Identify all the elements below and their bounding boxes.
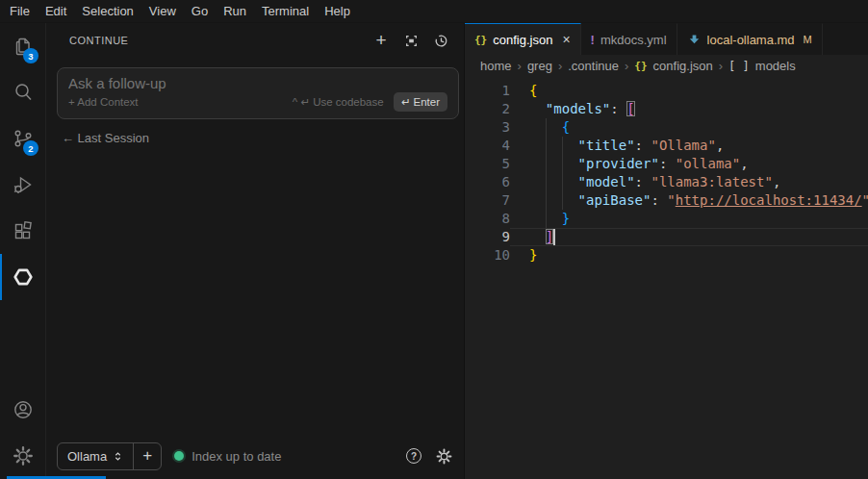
- last-session-link[interactable]: ← Last Session: [62, 131, 464, 145]
- new-session-button[interactable]: +: [371, 31, 391, 50]
- tab-local-ollama-md[interactable]: local-ollama.md M: [677, 23, 823, 55]
- add-context-button[interactable]: + Add Context: [68, 96, 293, 108]
- code-token: [529, 119, 562, 135]
- ask-input[interactable]: [68, 75, 447, 92]
- code-token: [529, 156, 578, 171]
- code-token: [529, 192, 578, 208]
- code-editor[interactable]: 1{2 "models": [3 {4 "title": "Ollama",5 …: [465, 77, 868, 479]
- code-line[interactable]: 2 "models": [: [465, 100, 868, 118]
- menu-view[interactable]: View: [141, 0, 184, 22]
- add-model-button[interactable]: +: [134, 443, 161, 469]
- code-token: "llama3:latest": [651, 174, 772, 189]
- chevron-right-icon: ›: [719, 59, 723, 73]
- tab-label: mkdocs.yml: [600, 33, 667, 47]
- chevron-right-icon: ›: [558, 59, 562, 73]
- line-number: 7: [465, 191, 510, 210]
- activity-settings[interactable]: [0, 433, 45, 479]
- extensions-icon: [12, 219, 35, 242]
- panel-footer: Ollama + Index up to date ?: [46, 441, 464, 479]
- menu-go[interactable]: Go: [184, 0, 216, 22]
- code-token: [529, 229, 546, 244]
- editor-group: {} config.json × ! mkdocs.yml local-olla…: [465, 23, 868, 479]
- code-line[interactable]: 3 {: [465, 118, 868, 137]
- enter-button[interactable]: ↵ Enter: [394, 92, 447, 112]
- line-number: 2: [465, 100, 510, 118]
- code-token: "ollama": [676, 156, 740, 171]
- close-icon[interactable]: ×: [562, 32, 570, 47]
- markdown-file-icon: [687, 33, 702, 47]
- debug-icon: [12, 173, 35, 196]
- model-selector[interactable]: Ollama: [58, 443, 133, 469]
- menu-selection[interactable]: Selection: [74, 0, 140, 22]
- tab-config-json[interactable]: {} config.json ×: [465, 23, 581, 55]
- tab-mkdocs-yml[interactable]: ! mkdocs.yml: [581, 23, 677, 55]
- code-line[interactable]: 6 "model": "llama3:latest",: [465, 173, 868, 191]
- footer-icons: ?: [406, 446, 453, 466]
- git-modified-badge: M: [804, 34, 812, 45]
- code-line[interactable]: 9 ]: [465, 228, 868, 246]
- index-status-text: Index up to date: [191, 449, 281, 464]
- fullscreen-button[interactable]: [401, 31, 421, 50]
- activity-extensions[interactable]: [0, 208, 45, 254]
- menu-file[interactable]: File: [2, 0, 38, 22]
- menu-run[interactable]: Run: [216, 0, 254, 22]
- activity-explorer[interactable]: 3: [0, 23, 45, 69]
- code-token: [: [626, 101, 634, 116]
- line-number: 3: [465, 118, 510, 137]
- tab-label: config.json: [493, 33, 552, 47]
- code-token: "title": [578, 138, 635, 153]
- json-file-icon: {}: [634, 60, 647, 72]
- menu-bar: File Edit Selection View Go Run Terminal…: [0, 0, 868, 23]
- code-token: {: [562, 119, 570, 135]
- activity-account[interactable]: [0, 387, 45, 433]
- code-line[interactable]: 4 "title": "Ollama",: [465, 137, 868, 155]
- breadcrumb-home[interactable]: home: [480, 59, 512, 73]
- code-token: ,: [740, 156, 748, 171]
- code-token: {: [529, 83, 537, 98]
- help-button[interactable]: ?: [406, 448, 421, 464]
- code-token: :: [651, 192, 667, 208]
- breadcrumb-models[interactable]: models: [755, 59, 796, 73]
- line-number: 9: [465, 228, 510, 246]
- model-selector-label: Ollama: [67, 449, 107, 464]
- code-line[interactable]: 8 }: [465, 210, 868, 228]
- use-codebase-hint: ^ ↵ Use codebase: [293, 95, 384, 109]
- breadcrumb-config-json[interactable]: config.json: [653, 59, 713, 73]
- gear-icon: [435, 447, 453, 466]
- activity-search[interactable]: [0, 69, 45, 115]
- menu-help[interactable]: Help: [317, 0, 358, 22]
- menu-terminal[interactable]: Terminal: [254, 0, 317, 22]
- search-icon: [12, 81, 35, 104]
- code-token: [529, 101, 546, 116]
- code-token: "apiBase": [578, 192, 651, 208]
- breadcrumb: home › greg › .continue › {} config.json…: [465, 55, 868, 77]
- code-token: [529, 138, 578, 153]
- line-number: 5: [465, 155, 510, 173]
- chevron-right-icon: ›: [625, 59, 628, 73]
- breadcrumb-continue-dir[interactable]: .continue: [568, 59, 619, 73]
- code-token: ": [862, 192, 868, 208]
- code-line[interactable]: 1{: [465, 82, 868, 100]
- activity-source-control[interactable]: 2: [0, 115, 45, 162]
- yaml-file-icon: !: [591, 33, 595, 47]
- json-file-icon: {}: [474, 34, 487, 46]
- continue-logo-icon: [11, 265, 36, 290]
- menu-edit[interactable]: Edit: [38, 0, 74, 22]
- panel-title: CONTINUE: [69, 35, 371, 46]
- breadcrumb-greg[interactable]: greg: [527, 59, 552, 73]
- code-token: }: [562, 211, 570, 226]
- gear-icon: [12, 444, 35, 467]
- history-button[interactable]: [431, 31, 450, 50]
- code-line[interactable]: 7 "apiBase": "http://localhost:11434/": [465, 191, 868, 210]
- plus-icon: +: [375, 32, 386, 49]
- code-line[interactable]: 5 "provider": "ollama",: [465, 155, 868, 173]
- activity-run-debug[interactable]: [0, 162, 45, 208]
- code-token: :: [659, 156, 676, 171]
- line-number: 8: [465, 210, 510, 228]
- code-line[interactable]: 10}: [465, 246, 868, 265]
- panel-settings-button[interactable]: [434, 446, 453, 466]
- activity-continue[interactable]: [0, 254, 45, 300]
- text-cursor: [553, 229, 555, 245]
- code-token: :: [635, 174, 651, 189]
- code-token: "models": [546, 101, 610, 116]
